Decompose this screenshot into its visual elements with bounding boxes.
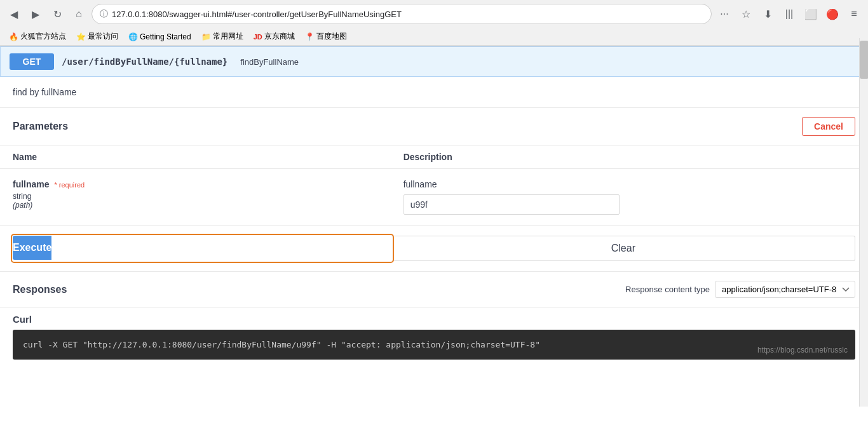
bookmark-recent[interactable]: ⭐ 最常访问 (72, 30, 122, 43)
lock-icon: ⓘ (100, 8, 108, 20)
back-button[interactable]: ◀ (5, 5, 23, 23)
endpoint-path: /user/findByFullName/{fullname} (62, 57, 227, 67)
refresh-button[interactable]: ↻ (48, 5, 66, 23)
responses-header: Responses Response content type applicat… (0, 271, 868, 307)
required-badge: * required (54, 181, 85, 189)
bookmark-baidu-maps[interactable]: 📍 百度地图 (301, 30, 351, 43)
param-location: (path) (13, 201, 378, 210)
scrollbar-track[interactable] (859, 38, 868, 407)
bookmark-common-sites-label: 常用网址 (213, 31, 243, 42)
table-row: fullname * required string (path) fullna… (0, 169, 868, 226)
execute-btn-wrapper: Execute (13, 236, 392, 261)
browser-toolbar: ◀ ▶ ↻ ⌂ ⓘ 127.0.0.1:8080/swagger-ui.html… (0, 0, 868, 28)
download-button[interactable]: ⬇ (759, 5, 776, 23)
bookmark-getting-started[interactable]: 🌐 Getting Started (125, 31, 195, 43)
endpoint-header: GET /user/findByFullName/{fullname} find… (0, 46, 868, 77)
menu-button[interactable]: ≡ (845, 5, 863, 23)
library-button[interactable]: ||| (780, 5, 798, 23)
reader-mode-button[interactable]: ☆ (737, 5, 755, 23)
cancel-button[interactable]: Cancel (802, 117, 855, 136)
parameters-title: Parameters (13, 121, 68, 132)
param-type: string (13, 192, 378, 201)
curl-block: curl -X GET "http://127.0.0.1:8080/user/… (13, 330, 855, 360)
responses-section: Responses Response content type applicat… (0, 271, 868, 360)
execute-outline (11, 234, 394, 263)
address-text: 127.0.0.1:8080/swagger-ui.html#/user-con… (112, 10, 703, 19)
response-content-type-label: Response content type (625, 285, 710, 294)
bookmark-common-sites[interactable]: 📁 常用网址 (198, 30, 247, 43)
parameters-table: Name Description fullname * required str… (0, 145, 868, 226)
bookmark-getting-started-label: Getting Started (140, 32, 191, 41)
curl-command: curl -X GET "http://127.0.0.1:8080/user/… (23, 340, 540, 349)
browser-chrome: ◀ ▶ ↻ ⌂ ⓘ 127.0.0.1:8080/swagger-ui.html… (0, 0, 868, 46)
param-name-cell: fullname * required string (path) (0, 169, 391, 226)
curl-title: Curl (13, 314, 855, 325)
parameters-section: Parameters Cancel Name Description fulln… (0, 108, 868, 226)
firefox-button[interactable]: 🔴 (824, 5, 841, 23)
param-desc-label: fullname (403, 179, 855, 189)
description-text: find by fullName (13, 87, 76, 97)
bookmark-recent-label: 最常访问 (88, 31, 118, 42)
sidebar-button[interactable]: ⬜ (802, 5, 820, 23)
firefox-bookmark-icon: 🔥 (9, 32, 18, 41)
watermark: https://blog.csdn.net/russlc (757, 346, 848, 354)
main-content: GET /user/findByFullName/{fullname} find… (0, 46, 868, 415)
param-description-cell: fullname (391, 169, 868, 226)
execute-button[interactable]: Execute (13, 236, 51, 260)
description-column-header: Description (391, 145, 868, 169)
parameters-header: Parameters Cancel (0, 108, 868, 145)
forward-button[interactable]: ▶ (27, 5, 44, 23)
method-badge: GET (10, 53, 54, 70)
bookmark-baidu-maps-label: 百度地图 (316, 31, 347, 42)
bookmark-jd[interactable]: JD 京东商城 (250, 30, 299, 43)
action-buttons: Execute Clear (13, 236, 855, 261)
jd-icon: JD (254, 33, 262, 41)
home-button[interactable]: ⌂ (70, 5, 88, 23)
common-sites-icon: 📁 (201, 32, 211, 41)
curl-section: Curl curl -X GET "http://127.0.0.1:8080/… (13, 307, 855, 360)
response-content-type-select[interactable]: application/json;charset=UTF-8 applicati… (715, 281, 855, 298)
recent-bookmark-icon: ⭐ (76, 32, 86, 41)
bookmark-firefox[interactable]: 🔥 火狐官方站点 (5, 30, 70, 43)
clear-button[interactable]: Clear (392, 236, 855, 261)
bookmark-firefox-label: 火狐官方站点 (20, 31, 66, 42)
baidu-maps-icon: 📍 (305, 32, 315, 41)
fullname-input[interactable] (403, 194, 620, 215)
endpoint-summary: findByFullName (240, 57, 299, 67)
address-bar[interactable]: ⓘ 127.0.0.1:8080/swagger-ui.html#/user-c… (92, 4, 712, 24)
bookmarks-bar: 🔥 火狐官方站点 ⭐ 最常访问 🌐 Getting Started 📁 常用网址… (0, 28, 868, 46)
scrollbar-thumb[interactable] (860, 41, 868, 79)
description-section: find by fullName (0, 77, 868, 108)
response-type-wrapper: Response content type application/json;c… (625, 281, 855, 298)
responses-title: Responses (13, 284, 67, 295)
getting-started-icon: 🌐 (128, 32, 138, 41)
more-tools-button[interactable]: ··· (715, 5, 733, 23)
table-header-row: Name Description (0, 145, 868, 169)
bookmark-jd-label: 京东商城 (264, 31, 295, 42)
name-column-header: Name (0, 145, 391, 169)
param-name: fullname * required (13, 179, 378, 189)
